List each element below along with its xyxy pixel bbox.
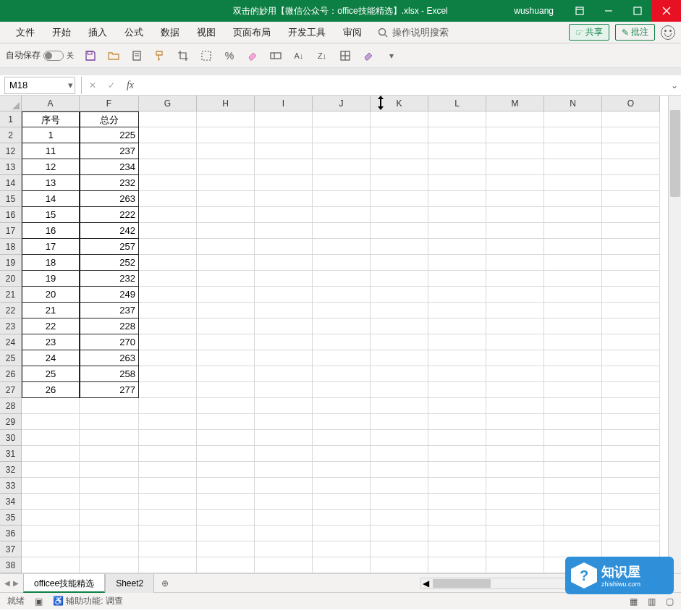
tab-view[interactable]: 视图 <box>188 22 224 43</box>
cell[interactable] <box>255 382 313 398</box>
cell[interactable] <box>486 494 544 510</box>
cell[interactable] <box>255 127 313 143</box>
cell[interactable] <box>544 478 602 494</box>
sort-desc-icon[interactable]: Z↓ <box>316 49 329 62</box>
cell[interactable] <box>313 191 371 207</box>
cell[interactable] <box>255 494 313 510</box>
row-header[interactable]: 28 <box>0 398 22 414</box>
cell[interactable] <box>255 478 313 494</box>
cell[interactable] <box>139 414 197 430</box>
row-header[interactable]: 14 <box>0 175 22 191</box>
cell[interactable] <box>139 350 197 366</box>
cell[interactable] <box>428 366 486 382</box>
data-cell[interactable]: 237 <box>80 303 139 318</box>
data-cell[interactable]: 237 <box>80 143 139 159</box>
merge-icon[interactable] <box>269 49 282 62</box>
view-page-icon[interactable]: ▥ <box>648 596 656 607</box>
enter-formula-icon[interactable]: ✓ <box>102 77 121 94</box>
cell[interactable] <box>486 239 544 255</box>
cell[interactable] <box>486 159 544 175</box>
cell[interactable] <box>602 191 660 207</box>
cell[interactable] <box>197 271 255 287</box>
data-cell[interactable]: 25 <box>22 366 80 382</box>
row-header[interactable]: 13 <box>0 159 22 175</box>
cell[interactable] <box>197 191 255 207</box>
col-header-O[interactable]: O <box>602 96 660 111</box>
cell[interactable] <box>139 175 197 191</box>
row-header[interactable]: 1 <box>0 111 22 127</box>
cell[interactable] <box>80 414 139 430</box>
data-cell[interactable]: 26 <box>22 382 80 398</box>
cell[interactable] <box>22 541 80 557</box>
cell[interactable] <box>313 414 371 430</box>
cell[interactable] <box>139 478 197 494</box>
cell[interactable] <box>139 191 197 207</box>
cell[interactable] <box>22 414 80 430</box>
cell[interactable] <box>428 223 486 239</box>
cell[interactable] <box>22 446 80 462</box>
cell[interactable] <box>197 255 255 271</box>
cell[interactable] <box>371 318 428 334</box>
cell[interactable] <box>139 111 197 127</box>
cell[interactable] <box>313 510 371 526</box>
cell[interactable] <box>313 382 371 398</box>
cell[interactable] <box>371 303 428 318</box>
cell[interactable] <box>544 239 602 255</box>
cell[interactable] <box>544 462 602 478</box>
cell[interactable] <box>602 494 660 510</box>
col-header-A[interactable]: A <box>22 96 80 111</box>
cell[interactable] <box>313 478 371 494</box>
cell[interactable] <box>371 478 428 494</box>
cell[interactable] <box>602 111 660 127</box>
cell[interactable] <box>197 446 255 462</box>
cell[interactable] <box>486 191 544 207</box>
cell[interactable] <box>371 510 428 526</box>
data-cell[interactable]: 258 <box>80 366 139 382</box>
data-cell[interactable]: 12 <box>22 159 80 175</box>
cell[interactable] <box>313 350 371 366</box>
cell[interactable] <box>139 143 197 159</box>
cell[interactable] <box>139 366 197 382</box>
data-cell[interactable]: 22 <box>22 318 80 334</box>
cell[interactable] <box>486 127 544 143</box>
cell[interactable] <box>602 350 660 366</box>
cell[interactable] <box>428 510 486 526</box>
cell[interactable] <box>197 223 255 239</box>
cell[interactable] <box>371 239 428 255</box>
cell[interactable] <box>544 366 602 382</box>
save-icon[interactable] <box>84 49 97 62</box>
cell[interactable] <box>486 462 544 478</box>
cell[interactable] <box>255 430 313 446</box>
cell[interactable] <box>313 271 371 287</box>
cell[interactable] <box>428 159 486 175</box>
col-header-J[interactable]: J <box>313 96 371 111</box>
tab-layout[interactable]: 页面布局 <box>224 22 279 43</box>
cell[interactable] <box>428 271 486 287</box>
new-sheet-button[interactable]: ⊕ <box>154 578 176 588</box>
cell[interactable] <box>544 494 602 510</box>
data-cell[interactable]: 1 <box>22 127 80 143</box>
row-header[interactable]: 22 <box>0 303 22 318</box>
cell[interactable] <box>486 223 544 239</box>
autosave-toggle[interactable]: 自动保存 关 <box>6 49 74 62</box>
data-cell[interactable]: 270 <box>80 334 139 350</box>
sheet-nav[interactable]: ◀▶ <box>0 579 23 587</box>
col-header-M[interactable]: M <box>486 96 544 111</box>
cell[interactable] <box>544 127 602 143</box>
select-all-corner[interactable] <box>0 96 22 111</box>
cell[interactable] <box>486 287 544 303</box>
cell[interactable] <box>255 287 313 303</box>
cell[interactable] <box>80 494 139 510</box>
cell[interactable] <box>428 318 486 334</box>
cell[interactable] <box>80 478 139 494</box>
cell[interactable] <box>371 287 428 303</box>
cell[interactable] <box>197 510 255 526</box>
cell[interactable] <box>428 557 486 573</box>
cell[interactable] <box>197 382 255 398</box>
sort-asc-icon[interactable]: A↓ <box>292 49 305 62</box>
cell[interactable] <box>602 526 660 541</box>
cell[interactable] <box>197 334 255 350</box>
cell[interactable] <box>602 223 660 239</box>
cell[interactable] <box>255 446 313 462</box>
cell[interactable] <box>428 111 486 127</box>
